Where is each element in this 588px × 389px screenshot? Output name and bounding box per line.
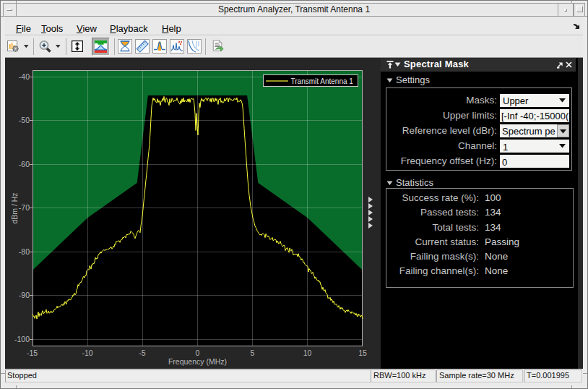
svg-text:dBm / Hz: dBm / Hz [10, 192, 19, 223]
svg-text:15: 15 [358, 349, 367, 357]
svg-text:-90: -90 [19, 291, 30, 299]
svg-text:-80: -80 [19, 247, 30, 256]
svg-text:Frequency (MHz): Frequency (MHz) [168, 357, 227, 366]
svg-text:0: 0 [196, 349, 200, 357]
svg-text:-100: -100 [14, 335, 30, 343]
svg-text:-70: -70 [19, 203, 30, 212]
svg-text:-50: -50 [19, 116, 30, 124]
svg-text:10: 10 [303, 349, 312, 357]
svg-text:Transmit Antenna 1: Transmit Antenna 1 [291, 77, 354, 85]
svg-text:-10: -10 [82, 349, 92, 357]
svg-text:-15: -15 [27, 349, 38, 357]
svg-text:-40: -40 [19, 72, 30, 81]
svg-text:-60: -60 [19, 160, 30, 168]
svg-text:5: 5 [251, 349, 255, 357]
svg-text:-5: -5 [139, 349, 145, 357]
